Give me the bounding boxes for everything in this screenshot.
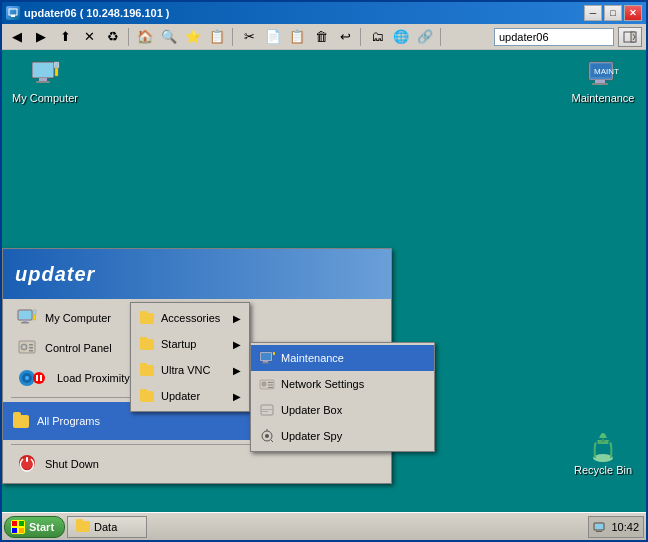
back-button[interactable]: ◀ bbox=[6, 27, 28, 47]
updater-spy-label: Updater Spy bbox=[281, 430, 342, 442]
forward-button[interactable]: ▶ bbox=[30, 27, 52, 47]
svg-rect-22 bbox=[23, 320, 27, 322]
data-folder-icon bbox=[76, 521, 90, 532]
updater-box-icon bbox=[259, 402, 275, 418]
submenu-accessories[interactable]: Accessories ▶ bbox=[131, 305, 249, 331]
start-logo bbox=[11, 520, 25, 534]
network-settings-icon bbox=[259, 376, 275, 392]
svg-rect-8 bbox=[39, 78, 47, 81]
svg-rect-50 bbox=[268, 385, 273, 386]
clock: 10:42 bbox=[611, 521, 639, 533]
delete-button[interactable]: 🗑 bbox=[310, 27, 332, 47]
svg-rect-46 bbox=[273, 352, 275, 355]
load-proximity-red-icon bbox=[31, 370, 47, 386]
svg-rect-60 bbox=[19, 521, 24, 526]
history-button[interactable]: 📋 bbox=[206, 27, 228, 47]
favorites-button[interactable]: ⭐ bbox=[182, 27, 204, 47]
submenu-ultra-vnc[interactable]: Ultra VNC ▶ bbox=[131, 357, 249, 383]
my-computer-label: My Computer bbox=[12, 92, 78, 105]
svg-rect-12 bbox=[55, 68, 58, 76]
submenu-maintenance[interactable]: Maintenance bbox=[251, 345, 434, 371]
map-button[interactable]: 🗂 bbox=[366, 27, 388, 47]
updater-box-label: Updater Box bbox=[281, 404, 342, 416]
my-computer-icon[interactable]: My Computer bbox=[10, 58, 80, 105]
start-menu-header: updater bbox=[3, 249, 391, 299]
stop-button[interactable]: ✕ bbox=[78, 27, 100, 47]
svg-rect-62 bbox=[19, 528, 24, 533]
home-button[interactable]: 🏠 bbox=[134, 27, 156, 47]
search-button[interactable]: 🔍 bbox=[158, 27, 180, 47]
svg-rect-25 bbox=[34, 311, 36, 314]
svg-rect-30 bbox=[29, 344, 33, 346]
recycle-bin-icon[interactable]: Recycle Bin bbox=[568, 430, 638, 477]
close-button[interactable]: ✕ bbox=[624, 5, 642, 21]
svg-rect-11 bbox=[55, 63, 58, 67]
title-bar-buttons: ─ □ ✕ bbox=[584, 5, 642, 21]
undo-button[interactable]: ↩ bbox=[334, 27, 356, 47]
minimize-button[interactable]: ─ bbox=[584, 5, 602, 21]
startup-icon bbox=[139, 336, 155, 352]
submenu-updater[interactable]: Updater ▶ bbox=[131, 383, 249, 409]
all-programs-label: All Programs bbox=[37, 415, 100, 427]
taskbar: Start Data 10:42 bbox=[2, 512, 646, 540]
network-button[interactable]: 🌐 bbox=[390, 27, 412, 47]
maintenance-submenu-icon bbox=[259, 350, 275, 366]
my-computer-menu-icon bbox=[17, 308, 37, 328]
shutdown-icon bbox=[17, 453, 37, 475]
recycle-bin-icon-img bbox=[587, 430, 619, 462]
control-panel-icon bbox=[17, 338, 37, 358]
svg-point-35 bbox=[25, 376, 29, 380]
data-task-label: Data bbox=[94, 521, 117, 533]
svg-rect-15 bbox=[595, 80, 605, 83]
taskbar-task-data[interactable]: Data bbox=[67, 516, 147, 538]
svg-rect-64 bbox=[595, 524, 603, 529]
submenu-updater-spy[interactable]: Updater Spy bbox=[251, 423, 434, 449]
svg-rect-61 bbox=[12, 528, 17, 533]
svg-rect-54 bbox=[262, 411, 268, 412]
startup-arrow: ▶ bbox=[233, 339, 241, 350]
svg-point-48 bbox=[262, 382, 266, 386]
svg-point-29 bbox=[23, 346, 26, 349]
window-title: updater06 ( 10.248.196.101 ) bbox=[24, 7, 170, 19]
svg-rect-45 bbox=[262, 363, 269, 364]
shutdown-item[interactable]: Shut Down bbox=[7, 449, 387, 479]
svg-rect-16 bbox=[592, 83, 608, 85]
ultra-vnc-label: Ultra VNC bbox=[161, 364, 211, 376]
maintenance-submenu-label: Maintenance bbox=[281, 352, 344, 364]
copy-button[interactable]: 📄 bbox=[262, 27, 284, 47]
paste-button[interactable]: 📋 bbox=[286, 27, 308, 47]
refresh-button[interactable]: ♻ bbox=[102, 27, 124, 47]
svg-rect-53 bbox=[262, 409, 272, 410]
maintenance-icon[interactable]: MAINT Maintenance bbox=[568, 58, 638, 105]
svg-rect-44 bbox=[263, 361, 268, 363]
maintenance-icon-img: MAINT bbox=[587, 58, 619, 90]
svg-rect-49 bbox=[268, 382, 273, 383]
maximize-button[interactable]: □ bbox=[604, 5, 622, 21]
accessories-label: Accessories bbox=[161, 312, 220, 324]
up-button[interactable]: ⬆ bbox=[54, 27, 76, 47]
startup-label: Startup bbox=[161, 338, 196, 350]
start-button[interactable]: Start bbox=[4, 516, 65, 538]
programs-submenu: Accessories ▶ Startup ▶ Ultra VNC bbox=[130, 302, 250, 412]
go-button[interactable] bbox=[618, 27, 642, 47]
svg-rect-65 bbox=[597, 530, 601, 531]
shutdown-label: Shut Down bbox=[45, 458, 99, 470]
svg-rect-59 bbox=[12, 521, 17, 526]
toolbar-separator3 bbox=[360, 28, 362, 46]
submenu-network-settings[interactable]: Network Settings bbox=[251, 371, 434, 397]
address-input[interactable] bbox=[494, 28, 614, 46]
connect-button[interactable]: 🔗 bbox=[414, 27, 436, 47]
submenu-updater-box[interactable]: Updater Box bbox=[251, 397, 434, 423]
svg-rect-32 bbox=[29, 350, 33, 352]
cut-button[interactable]: ✂ bbox=[238, 27, 260, 47]
toolbar-separator2 bbox=[232, 28, 234, 46]
start-label: Start bbox=[29, 521, 54, 533]
svg-rect-0 bbox=[9, 9, 17, 15]
address-bar bbox=[494, 27, 642, 47]
start-menu-title: updater bbox=[15, 263, 95, 286]
submenu-startup[interactable]: Startup ▶ bbox=[131, 331, 249, 357]
all-programs-folder-icon bbox=[13, 415, 29, 428]
svg-point-36 bbox=[33, 372, 45, 384]
updater-folder-icon bbox=[139, 388, 155, 404]
network-tray-icon bbox=[593, 520, 607, 534]
